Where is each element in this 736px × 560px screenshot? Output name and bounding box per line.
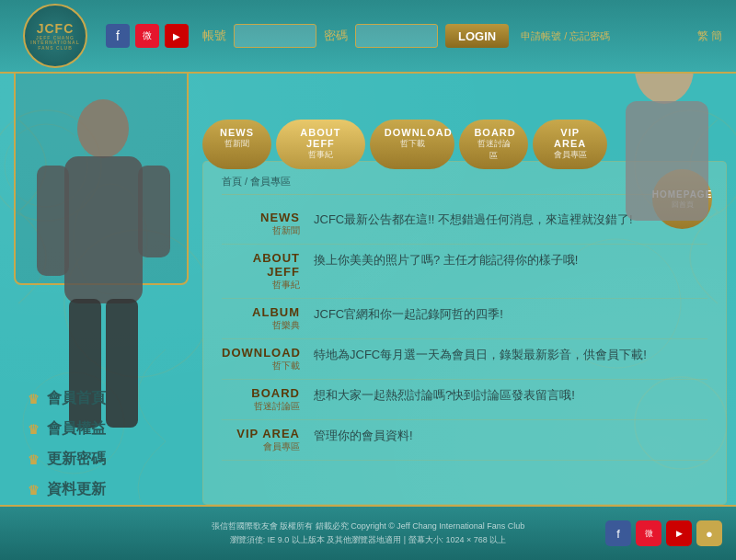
register-text: 申請帳號 (521, 30, 561, 41)
row-download-label-sub: 哲下載 (222, 360, 300, 372)
forgot-text: 忘記密碼 (569, 30, 610, 41)
tab-news-sub: 哲新聞 (217, 138, 257, 150)
row-album-label: ALBUM 哲樂典 (222, 305, 314, 332)
logo: JCFC JEFF CHANG INTERNATIONAL FANS CLUB (23, 4, 87, 68)
tab-download-main: DOWNLOAD (385, 127, 441, 138)
tab-news-main: NEWS (217, 127, 257, 138)
row-news-label-main: NEWS (222, 211, 300, 224)
account-label: 帳號 (202, 28, 226, 44)
footer-weibo-icon[interactable]: 微 (636, 520, 661, 546)
nav-label-2: 會員權益 (47, 419, 106, 439)
row-album: ALBUM 哲樂典 JCFC官網和你一起記錄阿哲的四季! (222, 299, 707, 339)
row-board-label-sub: 哲迷討論區 (222, 400, 300, 413)
login-area: 帳號 密碼 LOGIN 申請帳號 / 忘記密碼 (202, 24, 697, 48)
row-vip: VIP AREA 會員專區 管理你的會員資料! (222, 420, 707, 461)
row-news-label: NEWS 哲新聞 (222, 211, 314, 237)
svg-point-8 (77, 99, 129, 158)
tab-vip-main: VIP AREA (547, 127, 592, 149)
row-about-content: 換上你美美的照片了嗎? 主任才能記得你的樣子哦! (314, 251, 707, 269)
footer-extra-icon[interactable]: ● (696, 520, 722, 546)
tab-about-jeff[interactable]: ABOUT JEFF 哲事紀 (276, 120, 365, 169)
row-album-label-main: ALBUM (222, 305, 300, 319)
nav-update-info[interactable]: ♛ 資料更新 (18, 474, 202, 505)
left-person-image (18, 83, 189, 432)
youtube-icon[interactable]: ▶ (165, 24, 189, 48)
row-about-label: ABOUT JEFF 哲事紀 (222, 251, 314, 291)
footer: 張信哲國際歌友會 版權所有 錯載必究 Copyright © Jeff Chan… (0, 505, 736, 560)
row-news-label-sub: 哲新聞 (222, 224, 300, 237)
footer-line1: 張信哲國際歌友會 版權所有 錯載必究 Copyright © Jeff Chan… (212, 520, 525, 532)
social-icons: f 微 ▶ (106, 24, 189, 48)
content-rows: NEWS 哲新聞 JCFC最新公告都在這!! 不想錯過任何消息，來這裡就沒錯了!… (222, 204, 707, 461)
row-vip-label-sub: 會員專區 (222, 440, 300, 453)
tab-download[interactable]: DOWNLOAD 哲下載 (370, 120, 455, 169)
row-download: DOWNLOAD 哲下載 特地為JCFC每月選一天為會員日，錄製最新影音，供會員… (222, 339, 707, 380)
nav-label-4: 資料更新 (47, 480, 106, 499)
footer-social: f 微 ▶ ● (605, 520, 722, 546)
row-download-label-main: DOWNLOAD (222, 346, 300, 360)
separator: / (564, 30, 567, 41)
tab-about-sub: 哲事紀 (291, 149, 351, 161)
logo-sub: JEFF CHANG INTERNATIONAL FANS CLUB (28, 36, 83, 51)
logo-text: JCFC (37, 21, 75, 36)
footer-line2: 瀏覽須使: IE 9.0 以上版本 及其他瀏覽器地適用 | 螢幕大小: 1024… (230, 534, 507, 546)
account-input[interactable] (234, 24, 316, 48)
nav-tabs: NEWS 哲新聞 ABOUT JEFF 哲事紀 DOWNLOAD 哲下載 BOA… (202, 120, 607, 169)
login-button[interactable]: LOGIN (445, 24, 509, 48)
svg-rect-15 (626, 101, 708, 221)
tab-vip[interactable]: VIP AREA 會員專區 (533, 120, 607, 169)
svg-rect-10 (37, 166, 69, 276)
nav-member-benefits[interactable]: ♛ 會員權益 (18, 414, 202, 444)
language-switch[interactable]: 繁 簡 (697, 29, 722, 44)
row-board-label: BOARD 哲迷討論區 (222, 386, 314, 413)
footer-facebook-icon[interactable]: f (605, 520, 631, 546)
svg-rect-11 (138, 166, 170, 257)
row-download-label: DOWNLOAD 哲下載 (222, 346, 314, 372)
tab-board-main: BOARD (474, 127, 513, 138)
row-about-label-main: ABOUT JEFF (222, 251, 300, 279)
row-download-content: 特地為JCFC每月選一天為會員日，錄製最新影音，供會員下載! (314, 346, 707, 364)
crown-icon-4: ♛ (28, 483, 40, 497)
tab-board-sub: 哲迷討論區 (474, 138, 513, 162)
row-album-label-sub: 哲樂典 (222, 319, 300, 332)
password-input[interactable] (355, 24, 438, 48)
tab-about-main: ABOUT JEFF (291, 127, 351, 149)
password-label: 密碼 (324, 28, 348, 44)
register-link[interactable]: 申請帳號 / 忘記密碼 (521, 29, 610, 43)
tab-news[interactable]: NEWS 哲新聞 (202, 120, 271, 169)
crown-icon-2: ♛ (28, 422, 40, 437)
crown-icon-3: ♛ (28, 452, 40, 467)
row-vip-label-main: VIP AREA (222, 427, 300, 440)
top-bar: JCFC JEFF CHANG INTERNATIONAL FANS CLUB … (0, 0, 736, 74)
facebook-icon[interactable]: f (106, 24, 130, 48)
left-navigation: ♛ 會員首頁 ♛ 會員權益 ♛ 更新密碼 ♛ 資料更新 (18, 383, 202, 505)
main-background: JCFC JEFF CHANG INTERNATIONAL FANS CLUB … (0, 0, 736, 560)
tab-board[interactable]: BOARD 哲迷討論區 (459, 120, 528, 169)
logo-area: JCFC JEFF CHANG INTERNATIONAL FANS CLUB (14, 4, 97, 68)
row-board-label-main: BOARD (222, 386, 300, 400)
row-about: ABOUT JEFF 哲事紀 換上你美美的照片了嗎? 主任才能記得你的樣子哦! (222, 245, 707, 299)
nav-update-password[interactable]: ♛ 更新密碼 (18, 444, 202, 474)
row-about-label-sub: 哲事紀 (222, 279, 300, 291)
row-album-content: JCFC官網和你一起記錄阿哲的四季! (314, 305, 707, 324)
footer-youtube-icon[interactable]: ▶ (666, 520, 692, 546)
tab-download-sub: 哲下載 (385, 138, 441, 150)
row-vip-content: 管理你的會員資料! (314, 427, 707, 445)
row-board-content: 想和大家一起熱烈討論嗎?快到討論區發表留言哦! (314, 386, 707, 405)
row-vip-label: VIP AREA 會員專區 (222, 427, 314, 453)
tab-vip-sub: 會員專區 (547, 149, 592, 161)
row-board: BOARD 哲迷討論區 想和大家一起熱烈討論嗎?快到討論區發表留言哦! (222, 380, 707, 420)
weibo-icon[interactable]: 微 (135, 24, 159, 48)
svg-rect-9 (64, 156, 143, 303)
nav-label-1: 會員首頁 (47, 389, 106, 408)
nav-member-home[interactable]: ♛ 會員首頁 (18, 383, 202, 414)
crown-icon-1: ♛ (28, 392, 40, 406)
nav-label-3: 更新密碼 (47, 450, 106, 469)
